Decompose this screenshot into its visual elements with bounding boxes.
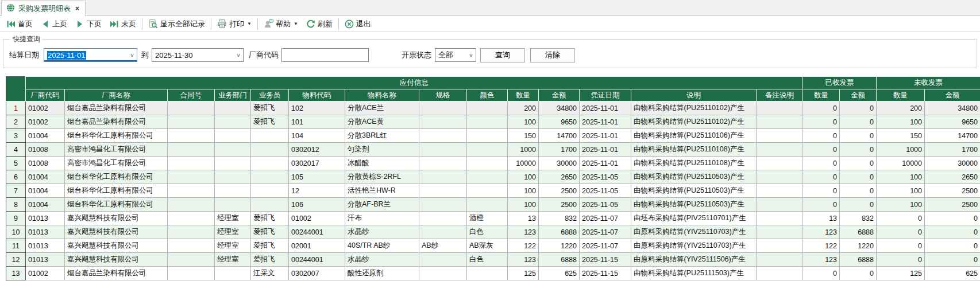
show-all-records-button[interactable]: 显示全部记录 — [144, 17, 209, 31]
grid-cell[interactable]: 高密市鸿昌化工有限公司 — [65, 143, 168, 157]
grid-cell[interactable] — [168, 115, 215, 129]
exit-button[interactable]: 退出 — [341, 17, 375, 31]
grid-cell[interactable]: 由物料采购结算(PU25110106)产生 — [631, 129, 757, 143]
grid-cell[interactable]: 1000 — [508, 143, 539, 157]
grid-cell[interactable] — [419, 143, 467, 157]
grid-cell[interactable]: 经理室 — [215, 239, 251, 253]
grid-cell[interactable]: 冰醋酸 — [345, 157, 419, 170]
grid-cell[interactable]: 烟台嘉品兰染料有限公司 — [65, 102, 168, 115]
grid-cell[interactable]: 0 — [840, 157, 877, 170]
row-number-cell[interactable]: 9 — [6, 212, 26, 225]
grid-cell[interactable]: 01013 — [26, 212, 65, 225]
grid-cell[interactable] — [757, 198, 803, 212]
row-number-cell[interactable]: 6 — [6, 170, 26, 184]
grid-cell[interactable]: 122 — [803, 239, 840, 253]
grid-cell[interactable]: 匀染剂 — [345, 143, 419, 157]
table-row[interactable]: 601004烟台科华化工原料有限公司105分散黄棕S-2RFL100265020… — [6, 170, 980, 184]
chevron-down-icon[interactable]: ∨ — [236, 52, 241, 58]
grid-cell[interactable]: 由物料采购结算(PU25110503)产生 — [631, 184, 757, 198]
grid-cell[interactable]: 嘉兴飓慧科技有限公司 — [65, 212, 168, 225]
grid-cell[interactable] — [467, 129, 508, 143]
grid-cell[interactable]: 嘉兴飓慧科技有限公司 — [65, 225, 168, 239]
grid-cell[interactable]: 烟台科华化工原料有限公司 — [65, 129, 168, 143]
grid-cell[interactable] — [467, 157, 508, 170]
grid-cell[interactable] — [419, 212, 467, 225]
grid-cell[interactable]: 0 — [803, 157, 840, 170]
grid-cell[interactable]: 0302007 — [289, 267, 345, 280]
date-to-combobox[interactable]: 2025-11-30 ∨ — [152, 48, 244, 62]
grid-cell[interactable]: 由物料采购结算(PU25110108)产生 — [631, 143, 757, 157]
grid-cell[interactable] — [215, 157, 251, 170]
grid-cell[interactable] — [419, 170, 467, 184]
grid-cell[interactable]: 经理室 — [215, 253, 251, 267]
grid-cell[interactable]: 2500 — [539, 198, 580, 212]
help-button[interactable]: 帮助 ▼ — [260, 17, 302, 31]
grid-cell[interactable]: 00244001 — [289, 253, 345, 267]
grid-cell[interactable]: 0 — [840, 102, 877, 115]
grid-cell[interactable]: 烟台嘉品兰染料有限公司 — [65, 115, 168, 129]
grid-cell[interactable]: 经理室 — [215, 212, 251, 225]
grid-cell[interactable]: 2500 — [539, 184, 580, 198]
table-row[interactable]: 1201013嘉兴飓慧科技有限公司经理室爱招飞00244001水晶纱白色1236… — [6, 253, 980, 267]
grid-cell[interactable]: 2500 — [925, 184, 980, 198]
grid-cell[interactable]: 6888 — [539, 253, 580, 267]
grid-cell[interactable]: 水晶纱 — [345, 253, 419, 267]
grid-cell[interactable]: 0 — [840, 184, 877, 198]
grid-cell[interactable] — [251, 129, 289, 143]
grid-cell[interactable]: 2025-11-05 — [580, 184, 631, 198]
grid-cell[interactable]: 2025-11-01 — [580, 129, 631, 143]
grid-cell[interactable]: 0 — [925, 239, 980, 253]
help-dropdown-caret-icon[interactable]: ▼ — [294, 21, 298, 26]
grid-cell[interactable]: 白色 — [467, 225, 508, 239]
grid-cell[interactable]: 34800 — [925, 102, 980, 115]
grid-cell[interactable]: 2650 — [925, 170, 980, 184]
grid-cell[interactable]: 烟台科华化工原料有限公司 — [65, 184, 168, 198]
grid-cell[interactable]: 123 — [508, 253, 539, 267]
grid-cell[interactable] — [467, 170, 508, 184]
grid-cell[interactable]: 40S/TR AB纱 — [345, 239, 419, 253]
grid-cell[interactable] — [757, 184, 803, 198]
grid-cell[interactable]: 106 — [289, 198, 345, 212]
first-page-button[interactable]: 首页 — [2, 17, 37, 31]
grid-cell[interactable]: 625 — [539, 267, 580, 280]
row-number-cell[interactable]: 1 — [6, 102, 26, 115]
grid-cell[interactable]: 01008 — [26, 157, 65, 170]
grid-cell[interactable] — [215, 129, 251, 143]
grid-cell[interactable]: 123 — [803, 225, 840, 239]
row-number-cell[interactable]: 3 — [6, 129, 26, 143]
grid-cell[interactable]: 2025-11-05 — [580, 198, 631, 212]
grid-cell[interactable] — [467, 184, 508, 198]
grid-cell[interactable] — [168, 102, 215, 115]
grid-cell[interactable]: 由物料采购结算(PU25110503)产生 — [631, 198, 757, 212]
grid-cell[interactable]: 1000 — [877, 143, 925, 157]
grid-cell[interactable]: 烟台科华化工原料有限公司 — [65, 170, 168, 184]
grid-cell[interactable] — [419, 184, 467, 198]
grid-cell[interactable]: 100 — [877, 170, 925, 184]
grid-cell[interactable]: 01013 — [26, 253, 65, 267]
grid-cell[interactable] — [215, 198, 251, 212]
next-page-button[interactable]: 下页 — [71, 17, 106, 31]
grid-cell[interactable]: 6888 — [840, 225, 877, 239]
grid-cell[interactable] — [215, 184, 251, 198]
grid-cell[interactable]: 烟台嘉品兰染料有限公司 — [65, 267, 168, 280]
grid-cell[interactable]: 由物料采购结算(PU25110102)产生 — [631, 115, 757, 129]
grid-cell[interactable]: 832 — [539, 212, 580, 225]
grid-cell[interactable]: 01013 — [26, 225, 65, 239]
grid-cell[interactable] — [168, 239, 215, 253]
grid-cell[interactable]: 0 — [877, 239, 925, 253]
invoice-status-select[interactable]: 全部 ∨ — [435, 48, 476, 62]
grid-cell[interactable]: 9650 — [925, 115, 980, 129]
grid-cell[interactable]: 嘉兴飓慧科技有限公司 — [65, 239, 168, 253]
grid-cell[interactable]: 江采文 — [251, 267, 289, 280]
table-row[interactable]: 1001013嘉兴飓慧科技有限公司经理室爱招飞00244001水晶纱白色1236… — [6, 225, 980, 239]
table-row[interactable]: 501008高密市鸿昌化工有限公司0302017冰醋酸1000030000202… — [6, 157, 980, 170]
grid-cell[interactable]: 01002 — [26, 267, 65, 280]
grid-cell[interactable]: 150 — [877, 129, 925, 143]
print-dropdown-caret-icon[interactable]: ▼ — [247, 21, 252, 26]
grid-cell[interactable] — [757, 115, 803, 129]
grid-cell[interactable]: 9650 — [539, 115, 580, 129]
grid-cell[interactable]: 由物料采购结算(PU25110102)产生 — [631, 102, 757, 115]
grid-cell[interactable] — [168, 267, 215, 280]
grid-cell[interactable]: 123 — [508, 225, 539, 239]
grid-cell[interactable]: 由物料采购结算(PU25110108)产生 — [631, 157, 757, 170]
